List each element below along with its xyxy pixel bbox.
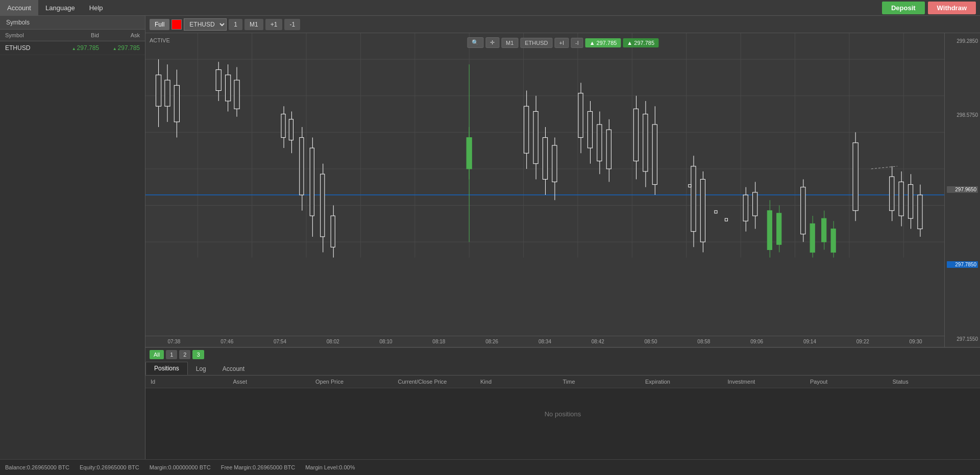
svg-rect-61 bbox=[597, 124, 602, 161]
symbol-ask: 297.785 bbox=[99, 44, 140, 52]
svg-rect-103 bbox=[831, 229, 836, 253]
svg-rect-73 bbox=[700, 179, 705, 242]
menu-language[interactable]: Language bbox=[38, 0, 82, 15]
status-bar: Balance:0.26965000 BTC Equity:0.26965000… bbox=[0, 459, 980, 475]
tab-account[interactable]: Account bbox=[214, 363, 253, 375]
svg-rect-69 bbox=[652, 124, 657, 185]
svg-rect-51 bbox=[533, 111, 538, 163]
svg-rect-28 bbox=[216, 70, 221, 91]
svg-rect-22 bbox=[156, 75, 161, 106]
chart-crosshair-btn[interactable]: ✛ bbox=[485, 37, 499, 48]
svg-rect-82 bbox=[767, 211, 772, 250]
status-equity: Equity:0.26965000 BTC bbox=[80, 464, 139, 470]
time-label-6: 08:26 bbox=[465, 339, 519, 344]
svg-rect-40 bbox=[310, 148, 314, 216]
time-label-13: 09:22 bbox=[836, 339, 889, 344]
svg-rect-53 bbox=[543, 138, 547, 180]
price-scale: 299.2850 298.5750 297.9650 297.7850 297.… bbox=[944, 33, 980, 347]
time-label-10: 08:58 bbox=[677, 339, 730, 344]
th-status: Status bbox=[893, 379, 975, 385]
status-free-margin: Free Margin:0.26965000 BTC bbox=[221, 464, 296, 470]
svg-rect-74 bbox=[689, 185, 691, 187]
chart-toolbar: Full ETHUSD 1 M1 +1 -1 bbox=[145, 16, 980, 33]
chart-symbol-btn[interactable]: ETHUSD bbox=[520, 38, 552, 48]
full-button[interactable]: Full bbox=[150, 19, 169, 30]
svg-rect-49 bbox=[524, 106, 529, 153]
symbols-tab[interactable]: Symbols bbox=[0, 16, 145, 30]
right-pane: Full ETHUSD 1 M1 +1 -1 ACTIVE 🔍 ✛ M1 ETH… bbox=[145, 16, 980, 459]
page-2-btn[interactable]: 2 bbox=[179, 350, 190, 359]
svg-rect-78 bbox=[743, 195, 748, 221]
symbol-select[interactable]: ETHUSD bbox=[184, 18, 227, 31]
chart-plus-btn[interactable]: +I bbox=[554, 38, 568, 48]
svg-rect-30 bbox=[226, 75, 231, 101]
svg-rect-57 bbox=[578, 93, 583, 138]
chart-m1-btn[interactable]: M1 bbox=[501, 38, 518, 48]
svg-rect-47 bbox=[467, 138, 472, 169]
time-label-3: 08:02 bbox=[306, 339, 359, 344]
svg-rect-24 bbox=[165, 80, 170, 106]
svg-rect-80 bbox=[753, 192, 757, 216]
plus1-button[interactable]: +1 bbox=[265, 19, 283, 30]
svg-rect-86 bbox=[801, 187, 805, 234]
svg-rect-36 bbox=[289, 119, 293, 140]
time-label-12: 09:14 bbox=[783, 339, 837, 344]
page-1-btn[interactable]: 1 bbox=[166, 350, 177, 359]
time-label-1: 07:46 bbox=[201, 339, 254, 344]
withdraw-button[interactable]: Withdraw bbox=[928, 2, 976, 14]
symbols-header: Symbol Bid Ask bbox=[0, 30, 145, 41]
th-expiration: Expiration bbox=[645, 379, 728, 385]
menu-help[interactable]: Help bbox=[82, 0, 110, 15]
main-layout: Symbols Symbol Bid Ask ETHUSD 297.785 29… bbox=[0, 16, 980, 459]
time-label-7: 08:34 bbox=[519, 339, 572, 344]
page-all-btn[interactable]: All bbox=[150, 350, 164, 359]
time-axis: 07:38 07:46 07:54 08:02 08:10 08:18 08:2… bbox=[145, 336, 944, 347]
chart-price-badge1: ▲297.785 bbox=[585, 38, 621, 47]
th-time: Time bbox=[563, 379, 646, 385]
price-label-2: 298.5750 bbox=[947, 112, 978, 118]
col-symbol: Symbol bbox=[5, 32, 58, 38]
chart-minus-btn[interactable]: -I bbox=[571, 38, 583, 48]
svg-rect-55 bbox=[552, 145, 557, 182]
chart-magnify-btn[interactable]: 🔍 bbox=[467, 37, 483, 48]
svg-rect-67 bbox=[643, 114, 648, 172]
time-label-11: 09:06 bbox=[730, 339, 783, 344]
svg-rect-59 bbox=[587, 111, 592, 148]
symbol-bid: 297.785 bbox=[58, 44, 99, 52]
th-close-price: Current/Close Price bbox=[398, 379, 481, 385]
symbol-row-ethusd[interactable]: ETHUSD 297.785 297.785 bbox=[0, 41, 145, 55]
menu-account[interactable]: Account bbox=[0, 0, 38, 15]
deposit-button[interactable]: Deposit bbox=[882, 2, 925, 14]
page-3-btn[interactable]: 3 bbox=[192, 350, 204, 359]
svg-rect-99 bbox=[918, 195, 922, 229]
minus1-button[interactable]: -1 bbox=[284, 19, 300, 30]
time-label-0: 07:38 bbox=[148, 339, 201, 344]
chart-inner-bar: 🔍 ✛ M1 ETHUSD +I -I ▲297.785 ▲297.785 bbox=[467, 37, 658, 48]
bottom-tabs: Positions Log Account bbox=[145, 361, 980, 376]
th-id: Id bbox=[151, 379, 233, 385]
positions-table: Id Asset Open Price Current/Close Price … bbox=[145, 376, 980, 459]
tab-log[interactable]: Log bbox=[188, 363, 214, 375]
svg-rect-90 bbox=[853, 143, 858, 211]
col-bid: Bid bbox=[58, 32, 99, 38]
svg-rect-63 bbox=[606, 130, 611, 169]
m1-button[interactable]: M1 bbox=[244, 19, 263, 30]
th-kind: Kind bbox=[480, 379, 563, 385]
svg-rect-26 bbox=[174, 85, 179, 122]
svg-rect-101 bbox=[822, 218, 826, 242]
th-asset: Asset bbox=[233, 379, 316, 385]
svg-rect-65 bbox=[633, 109, 638, 161]
chart-area[interactable]: ACTIVE 🔍 ✛ M1 ETHUSD +I -I ▲297.785 ▲297… bbox=[145, 33, 980, 347]
color-picker[interactable] bbox=[172, 19, 182, 30]
svg-rect-97 bbox=[908, 185, 913, 218]
time-label-9: 08:50 bbox=[624, 339, 677, 344]
no-positions-label: No positions bbox=[145, 388, 980, 439]
th-open-price: Open Price bbox=[315, 379, 398, 385]
price-label-5: 297.1550 bbox=[947, 336, 978, 342]
status-margin-level: Margin Level:0.00% bbox=[305, 464, 355, 470]
svg-rect-38 bbox=[300, 138, 304, 195]
tab-positions[interactable]: Positions bbox=[145, 362, 188, 375]
svg-rect-32 bbox=[234, 80, 239, 109]
tf1-button[interactable]: 1 bbox=[229, 19, 242, 30]
time-label-14: 09:30 bbox=[889, 339, 942, 344]
